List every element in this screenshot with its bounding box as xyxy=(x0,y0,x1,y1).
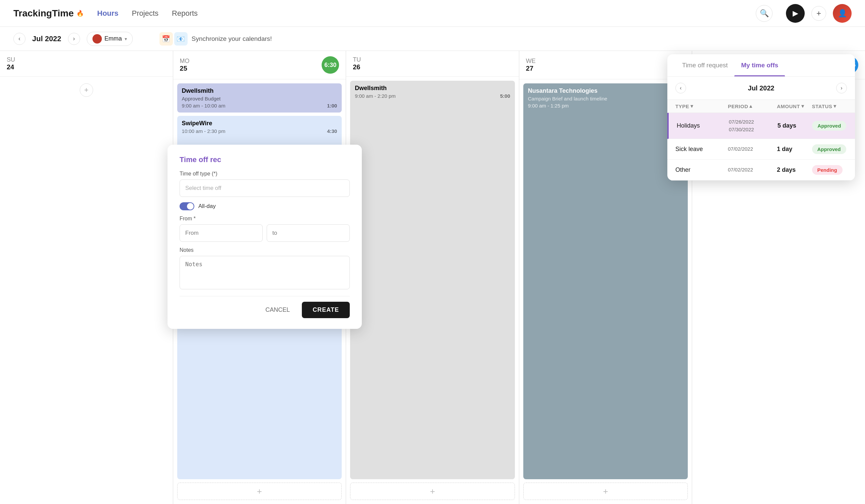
user-selector[interactable]: Emma ▾ xyxy=(87,32,132,46)
nav-right-actions: ▶ + 👤 xyxy=(786,4,852,23)
time-off-type-label: Time off type (*) xyxy=(180,171,350,177)
day-abbr-su24: SU xyxy=(7,56,15,63)
form-title: Time off rec xyxy=(180,155,350,164)
day-body-tu26: Dwellsmith 9:00 am - 2:20 pm 5:00 + xyxy=(346,77,519,504)
search-button[interactable]: 🔍 xyxy=(756,5,773,22)
add-event-tu26[interactable]: + xyxy=(350,483,515,500)
sync-icons: 📅 📧 xyxy=(160,32,188,46)
play-button[interactable]: ▶ xyxy=(786,4,805,23)
cell-amount: 1 day xyxy=(777,146,812,153)
status-badge: Pending xyxy=(812,165,843,175)
sort-icon: ▴ xyxy=(749,103,752,109)
day-num-mo25: 25 xyxy=(180,65,189,72)
sort-icon: ▾ xyxy=(801,103,804,109)
day-header-tu26: TU 26 xyxy=(346,51,519,77)
add-event-su24[interactable]: + xyxy=(80,83,93,97)
cell-period: 07/02/2022 xyxy=(728,166,777,174)
add-button[interactable]: + xyxy=(811,6,826,21)
time-off-type-select[interactable]: Select time off xyxy=(180,179,350,197)
list-item[interactable]: Dwellsmith 9:00 am - 2:20 pm 5:00 xyxy=(350,81,515,479)
sort-icon: ▾ xyxy=(833,103,837,109)
toggle-knob xyxy=(187,203,194,210)
from-input[interactable] xyxy=(180,224,263,242)
logo-icon: 🔥 xyxy=(77,10,84,17)
user-avatar xyxy=(92,34,102,44)
col-status[interactable]: STATUS ▾ xyxy=(812,103,847,109)
outlook-icon: 📧 xyxy=(174,32,188,46)
tab-time-off-request[interactable]: Time off request xyxy=(676,54,734,77)
search-icon: 🔍 xyxy=(760,9,769,18)
panel-prev-month[interactable]: ‹ xyxy=(676,83,686,93)
form-actions: CANCEL CREATE xyxy=(180,302,350,318)
add-event-we27[interactable]: + xyxy=(523,483,688,500)
day-abbr-we27: WE xyxy=(526,58,536,65)
table-row[interactable]: Other 07/02/2022 2 days Pending xyxy=(667,160,855,180)
panel-month-nav: ‹ Jul 2022 › xyxy=(667,77,855,100)
panel-next-month[interactable]: › xyxy=(836,83,847,93)
cell-status: Approved xyxy=(812,121,847,131)
panel-month-label: Jul 2022 xyxy=(748,84,774,92)
app-logo[interactable]: TrackingTime 🔥 xyxy=(13,8,84,19)
nav-reports[interactable]: Reports xyxy=(172,9,198,18)
day-header-su24: SU 24 xyxy=(0,51,173,77)
status-badge: Approved xyxy=(812,121,846,131)
calendar-toolbar: ‹ Jul 2022 › Emma ▾ 📅 📧 Synchronize your… xyxy=(0,27,865,51)
cell-status: Approved xyxy=(812,144,847,154)
sync-banner: 📅 📧 Synchronize your calendars! xyxy=(160,32,272,46)
cancel-button[interactable]: CANCEL xyxy=(258,302,297,317)
tab-my-time-offs[interactable]: My time offs xyxy=(734,54,785,77)
event-title: Dwellsmith xyxy=(355,85,510,92)
cell-period: 07/26/202207/30/2022 xyxy=(729,118,777,133)
day-abbr-mo25: MO xyxy=(180,58,189,65)
day-abbr-tu26: TU xyxy=(353,56,361,63)
event-time: 10:00 am - 2:30 pm 4:30 xyxy=(182,128,337,134)
event-time: 9:00 am - 10:00 am 1:00 xyxy=(182,103,337,108)
cell-period: 07/02/2022 xyxy=(728,145,777,153)
table-row[interactable]: Sick leave 07/02/2022 1 day Approved xyxy=(667,139,855,160)
avatar[interactable]: 👤 xyxy=(833,4,852,23)
notes-label: Notes xyxy=(180,247,350,253)
next-month-button[interactable]: › xyxy=(68,33,80,45)
cell-type: Holidays xyxy=(677,122,729,129)
day-col-tu26: TU 26 Dwellsmith 9:00 am - 2:20 pm 5:00 … xyxy=(346,51,519,504)
allday-label: All-day xyxy=(198,203,216,210)
col-period[interactable]: PERIOD ▴ xyxy=(728,103,777,109)
day-col-we27: WE 27 5:00 Nusantara Technologies Campai… xyxy=(519,51,692,504)
month-label: Jul 2022 xyxy=(32,35,61,43)
user-dropdown-icon: ▾ xyxy=(125,36,127,42)
list-item[interactable]: Dwellsmith Approved Budget 9:00 am - 10:… xyxy=(177,83,342,113)
from-label: From * xyxy=(180,216,350,222)
from-to-row xyxy=(180,224,350,242)
day-badge-mo25: 6:30 xyxy=(322,56,339,74)
cell-type: Sick leave xyxy=(676,146,728,153)
list-item[interactable]: Nusantara Technologies Campaign Brief an… xyxy=(523,83,688,479)
timeoffs-panel: Time off request My time offs ‹ Jul 2022… xyxy=(667,54,855,180)
add-event-mo25[interactable]: + xyxy=(177,483,342,500)
cell-status: Pending xyxy=(812,165,847,175)
nav-hours[interactable]: Hours xyxy=(97,9,118,18)
day-num-tu26: 26 xyxy=(353,63,361,71)
nav-projects[interactable]: Projects xyxy=(132,9,159,18)
top-nav: TrackingTime 🔥 Hours Projects Reports 🔍 … xyxy=(0,0,865,27)
create-button[interactable]: CREATE xyxy=(302,302,350,318)
col-type[interactable]: TYPE ▾ xyxy=(676,103,728,109)
day-num-su24: 24 xyxy=(7,63,15,71)
sort-icon: ▾ xyxy=(691,103,693,109)
cell-amount: 2 days xyxy=(777,166,812,174)
table-row[interactable]: Holidays 07/26/202207/30/2022 5 days App… xyxy=(667,113,855,139)
calendar-grid: SU 24 + MO 25 6:30 Dwellsmith Approved B… xyxy=(0,51,865,504)
event-title: Nusantara Technologies xyxy=(528,87,683,94)
event-sub: Campaign Brief and launch timeline xyxy=(528,96,683,102)
allday-toggle[interactable] xyxy=(180,202,194,210)
cell-type: Other xyxy=(676,166,728,174)
panel-tabs: Time off request My time offs xyxy=(667,54,855,77)
to-input[interactable] xyxy=(267,224,350,242)
prev-month-button[interactable]: ‹ xyxy=(13,33,25,45)
notes-textarea[interactable] xyxy=(180,256,350,289)
day-num-we27: 27 xyxy=(526,65,536,72)
table-header: TYPE ▾ PERIOD ▴ AMOUNT ▾ STATUS ▾ xyxy=(667,100,855,113)
col-amount[interactable]: AMOUNT ▾ xyxy=(777,103,812,109)
sync-text[interactable]: Synchronize your calendars! xyxy=(192,35,272,43)
day-header-we27: WE 27 5:00 xyxy=(519,51,692,79)
day-header-mo25: MO 25 6:30 xyxy=(173,51,346,79)
